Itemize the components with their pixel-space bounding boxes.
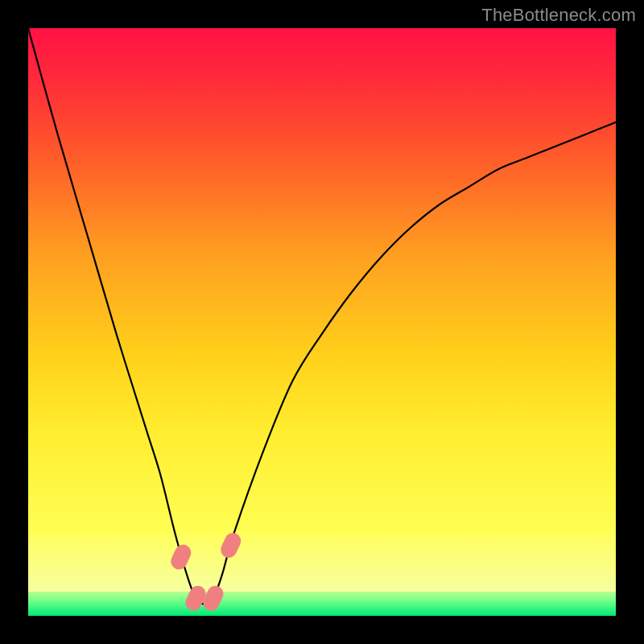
gradient-bg (28, 28, 616, 535)
chart-svg (28, 28, 616, 616)
chart-plot (28, 28, 616, 616)
green-band (28, 592, 616, 616)
chart-frame: TheBottleneck.com (0, 0, 644, 644)
yellow-band (28, 535, 616, 592)
watermark-text: TheBottleneck.com (481, 5, 636, 26)
